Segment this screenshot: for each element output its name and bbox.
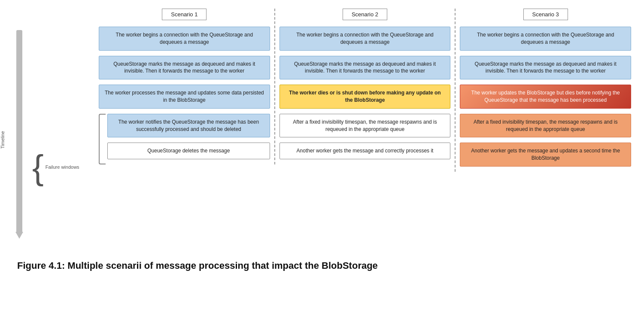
figure-caption: Figure 4.1: Multiple scenarii of message… xyxy=(9,260,635,271)
diagram-area: Timeline { Failure windows Scenario 1 Th… xyxy=(9,9,635,239)
scenario-3-title: Scenario 3 xyxy=(523,9,568,20)
scenario-2-step-1: The worker begins a connection with the … xyxy=(279,27,451,51)
scenario-1-col: Scenario 1 The worker begins a connectio… xyxy=(94,9,274,164)
timeline-label: Timeline xyxy=(0,131,5,149)
scenario-1-step-1: The worker begins a connection with the … xyxy=(99,27,270,51)
scenario-2-step-3: The worker dies or is shut down before m… xyxy=(279,85,451,109)
failure-label: Failure windows xyxy=(46,164,79,170)
scenario-1-title: Scenario 1 xyxy=(162,9,207,20)
scenario-2-step-2: QueueStorage marks the message as dequeu… xyxy=(279,56,451,80)
scenario-3-step-5: Another worker gets the message and upda… xyxy=(460,143,631,167)
scenario-1-brace-group: The worker notifies the QueueStorage the… xyxy=(99,114,270,164)
scenario-2-col: Scenario 2 The worker begins a connectio… xyxy=(274,9,455,164)
timeline-arrowhead xyxy=(15,232,23,239)
timeline-bar: Timeline xyxy=(16,30,22,232)
scenario-3-col: Scenario 3 The worker begins a connectio… xyxy=(455,9,635,172)
failure-brace: { xyxy=(32,150,44,185)
brace-line xyxy=(99,114,106,164)
scenario-3-step-2: QueueStorage marks the message as dequeu… xyxy=(460,56,631,80)
scenarios-area: Scenario 1 The worker begins a connectio… xyxy=(94,9,635,172)
left-section: Timeline { Failure windows xyxy=(9,9,94,239)
failure-windows-section: { Failure windows xyxy=(32,30,79,185)
diagram-container: Timeline { Failure windows Scenario 1 Th… xyxy=(9,9,635,271)
scenario-1-step-3: The worker processes the message and upd… xyxy=(99,85,270,109)
scenario-1-step-5: QueueStorage deletes the message xyxy=(107,143,270,159)
scenario-3-step-3: The worker updates the BlobStorage but d… xyxy=(460,85,631,109)
scenario-3-step-1: The worker begins a connection with the … xyxy=(460,27,631,51)
scenario-2-step-5: Another worker gets the message and corr… xyxy=(279,143,451,159)
scenario-3-step-4: After a fixed invisibility timespan, the… xyxy=(460,114,631,138)
scenario-2-step-4: After a fixed invisibility timespan, the… xyxy=(279,114,451,138)
scenario-1-step-4: The worker notifies the QueueStorage the… xyxy=(107,114,270,138)
scenario-1-step-2: QueueStorage marks the message as dequeu… xyxy=(99,56,270,80)
scenario-2-title: Scenario 2 xyxy=(343,9,387,20)
